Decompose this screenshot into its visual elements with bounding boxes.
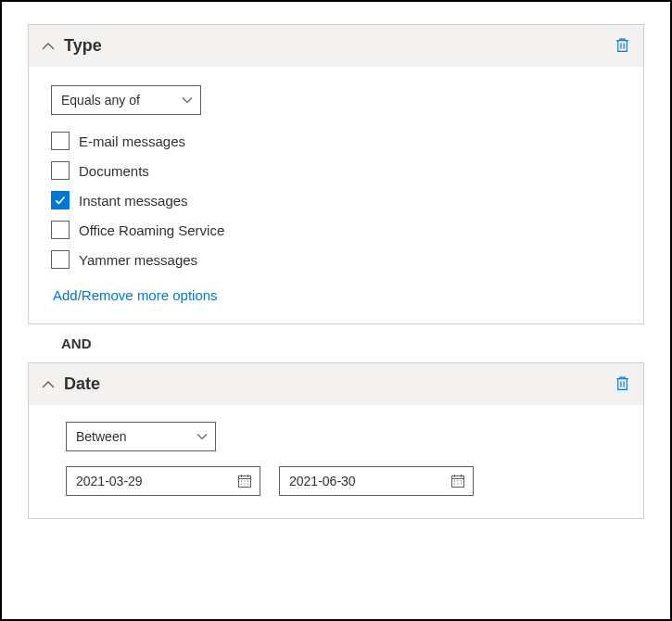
- filter-panel: Type Equals any of: [0, 0, 672, 621]
- date-range-row: 2021-03-29 2021-06-30: [66, 466, 621, 496]
- section-date-body: Between 2021-03-29: [29, 405, 643, 518]
- chevron-down-icon: [182, 95, 193, 106]
- checkbox-icon: [51, 221, 70, 239]
- checkbox-icon: [51, 250, 70, 269]
- delete-date-button[interactable]: [615, 375, 630, 394]
- section-type-header[interactable]: Type: [29, 25, 643, 67]
- logical-operator-label: AND: [28, 324, 644, 362]
- chevron-down-icon: [197, 431, 208, 442]
- section-type-body: Equals any of E-mail messages Documents: [29, 67, 643, 323]
- checkbox-documents[interactable]: Documents: [51, 161, 621, 180]
- delete-type-button[interactable]: [615, 37, 630, 56]
- date-value: 2021-03-29: [76, 474, 143, 488]
- section-date-title: Date: [64, 374, 605, 394]
- date-operator-dropdown[interactable]: Between: [66, 422, 216, 451]
- checkbox-label: Yammer messages: [79, 252, 197, 268]
- type-operator-dropdown[interactable]: Equals any of: [51, 85, 201, 115]
- date-end-input[interactable]: 2021-06-30: [279, 466, 474, 496]
- checkbox-instant-messages[interactable]: Instant messages: [51, 191, 621, 209]
- section-type: Type Equals any of: [28, 24, 644, 324]
- add-remove-options-link[interactable]: Add/Remove more options: [53, 287, 218, 303]
- dropdown-selected-label: Between: [76, 429, 126, 444]
- checkbox-icon: [51, 132, 70, 150]
- chevron-up-icon: [42, 40, 55, 53]
- section-date: Date Between 2021-03: [28, 362, 644, 519]
- trash-icon: [615, 37, 630, 56]
- checkbox-icon: [51, 191, 70, 209]
- checkbox-icon: [51, 161, 70, 180]
- checkbox-label: Instant messages: [79, 193, 188, 209]
- type-checkbox-list: E-mail messages Documents Instant messag…: [51, 132, 621, 269]
- calendar-icon: [237, 474, 252, 488]
- trash-icon: [615, 375, 630, 394]
- checkbox-label: Office Roaming Service: [79, 222, 224, 238]
- checkbox-label: Documents: [79, 163, 149, 179]
- section-type-title: Type: [64, 36, 605, 56]
- date-value: 2021-06-30: [289, 474, 356, 488]
- chevron-up-icon: [42, 378, 55, 391]
- checkbox-yammer-messages[interactable]: Yammer messages: [51, 250, 621, 269]
- calendar-icon: [450, 474, 465, 488]
- date-start-input[interactable]: 2021-03-29: [66, 466, 260, 496]
- checkbox-office-roaming[interactable]: Office Roaming Service: [51, 221, 621, 239]
- checkbox-label: E-mail messages: [79, 133, 185, 149]
- dropdown-selected-label: Equals any of: [61, 93, 140, 108]
- checkbox-email-messages[interactable]: E-mail messages: [51, 132, 621, 150]
- section-date-header[interactable]: Date: [29, 363, 643, 405]
